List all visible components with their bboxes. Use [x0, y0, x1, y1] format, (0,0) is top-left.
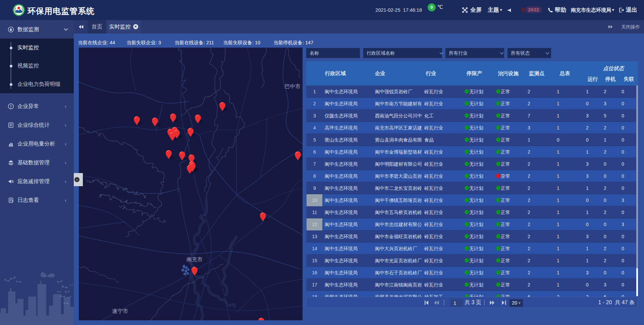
svg-text:南充市: 南充市	[186, 257, 203, 262]
svg-text:巴中市: 巴中市	[284, 84, 301, 89]
svg-text:遂宁市: 遂宁市	[112, 308, 128, 314]
